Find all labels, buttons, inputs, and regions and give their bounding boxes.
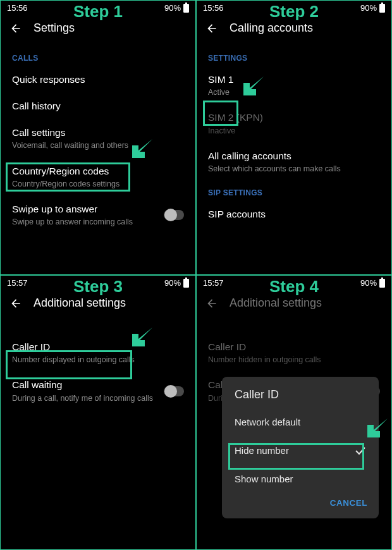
app-header: Calling accounts — [197, 14, 391, 46]
status-battery-pct: 90% — [164, 3, 181, 13]
item-sublabel: During a call, notify me of incoming cal… — [12, 393, 184, 403]
status-battery-pct: 90% — [164, 278, 181, 288]
status-right: 90% — [360, 278, 385, 288]
item-sublabel: Country/Region codes settings — [12, 179, 184, 189]
status-right: 90% — [164, 278, 189, 288]
app-header: Additional settings — [1, 289, 195, 321]
item-label: Country/Region codes — [12, 165, 184, 178]
panel-step-4: Step 4 15:57 90% Additional settings Cal… — [196, 275, 392, 550]
item-sublabel: Voicemail, call waiting and others — [12, 140, 184, 150]
panel-step-2: Step 2 15:56 90% Calling accounts SETTIN… — [196, 0, 392, 275]
option-network-default[interactable]: Network default — [222, 408, 379, 436]
panel-step-1: Step 1 15:56 90% Settings CALLS Quick re… — [0, 0, 196, 275]
app-header: Additional settings — [197, 289, 391, 321]
battery-icon — [379, 4, 385, 13]
option-hide-number[interactable]: Hide number — [222, 436, 379, 465]
status-time: 15:57 — [203, 278, 224, 288]
item-sublabel: Inactive — [208, 126, 380, 136]
item-label: Call settings — [12, 126, 184, 139]
page-title: Additional settings — [34, 296, 126, 310]
status-bar: 15:57 90% — [197, 276, 391, 289]
toggle-swipe[interactable] — [164, 210, 184, 220]
status-bar: 15:57 90% — [1, 276, 195, 289]
section-header-sip: SIP SETTINGS — [197, 181, 391, 201]
battery-icon — [183, 4, 189, 13]
item-sublabel: Number displayed in outgoing calls — [12, 355, 184, 365]
option-label: Show number — [235, 474, 293, 484]
item-sublabel: Select which accounts can make calls — [208, 164, 380, 174]
item-label: Caller ID — [208, 341, 380, 353]
item-all-calling-accounts[interactable]: All calling accounts Select which accoun… — [197, 143, 391, 181]
battery-icon — [183, 279, 189, 288]
status-time: 15:56 — [7, 3, 28, 13]
item-sublabel: Swipe up to answer incoming calls — [12, 217, 184, 227]
item-label: Quick responses — [12, 73, 184, 86]
status-time: 15:56 — [203, 3, 224, 13]
item-call-waiting[interactable]: Call waiting During a call, notify me of… — [1, 372, 195, 410]
check-icon — [355, 446, 366, 455]
dialog-actions: CANCEL — [222, 493, 379, 515]
status-bar: 15:56 90% — [1, 1, 195, 14]
item-call-history[interactable]: Call history — [1, 93, 195, 119]
item-sip-accounts[interactable]: SIP accounts — [197, 201, 391, 228]
option-label: Hide number — [235, 445, 289, 456]
item-label: SIM 2 (KPN) — [208, 111, 380, 124]
toggle-call-waiting[interactable] — [164, 386, 184, 396]
status-bar: 15:56 90% — [197, 1, 391, 14]
item-sublabel: Number hidden in outgoing calls — [208, 355, 380, 365]
item-label: Call waiting — [12, 379, 184, 391]
page-title: Calling accounts — [230, 21, 313, 35]
page-title: Additional settings — [230, 296, 322, 310]
status-time: 15:57 — [7, 278, 28, 288]
item-label: Call history — [12, 100, 184, 113]
item-country-codes[interactable]: Country/Region codes Country/Region code… — [1, 158, 195, 196]
item-quick-responses[interactable]: Quick responses — [1, 66, 195, 93]
section-header-settings: SETTINGS — [197, 46, 391, 66]
item-label: Swipe up to answer — [12, 203, 184, 216]
item-caller-id[interactable]: Caller ID Number displayed in outgoing c… — [1, 334, 195, 372]
app-header: Settings — [1, 14, 195, 46]
item-label: SIP accounts — [208, 208, 380, 221]
status-right: 90% — [360, 3, 385, 13]
back-arrow-icon[interactable] — [9, 297, 22, 310]
status-right: 90% — [164, 3, 189, 13]
item-swipe-answer[interactable]: Swipe up to answer Swipe up to answer in… — [1, 196, 195, 234]
item-call-settings[interactable]: Call settings Voicemail, call waiting an… — [1, 119, 195, 157]
item-label: All calling accounts — [208, 150, 380, 162]
item-sublabel: Active — [208, 87, 380, 97]
item-sim-1[interactable]: SIM 1 Active — [197, 66, 391, 104]
page-title: Settings — [34, 21, 75, 35]
item-sim-2: SIM 2 (KPN) Inactive — [197, 104, 391, 142]
panel-step-3: Step 3 15:57 90% Additional settings Cal… — [0, 275, 196, 550]
item-label: Caller ID — [12, 341, 184, 353]
back-arrow-icon[interactable] — [9, 22, 22, 35]
section-header-calls: CALLS — [1, 46, 195, 66]
item-caller-id: Caller ID Number hidden in outgoing call… — [197, 334, 391, 372]
back-arrow-icon — [205, 297, 218, 310]
dialog-title: Caller ID — [222, 388, 379, 408]
back-arrow-icon[interactable] — [205, 22, 218, 35]
status-battery-pct: 90% — [360, 3, 377, 13]
option-label: Network default — [235, 417, 300, 427]
caller-id-dialog: Caller ID Network default Hide number Sh… — [222, 377, 379, 518]
option-show-number[interactable]: Show number — [222, 465, 379, 493]
status-battery-pct: 90% — [360, 278, 377, 288]
cancel-button[interactable]: CANCEL — [330, 498, 367, 508]
item-label: SIM 1 — [208, 73, 380, 86]
battery-icon — [379, 279, 385, 288]
